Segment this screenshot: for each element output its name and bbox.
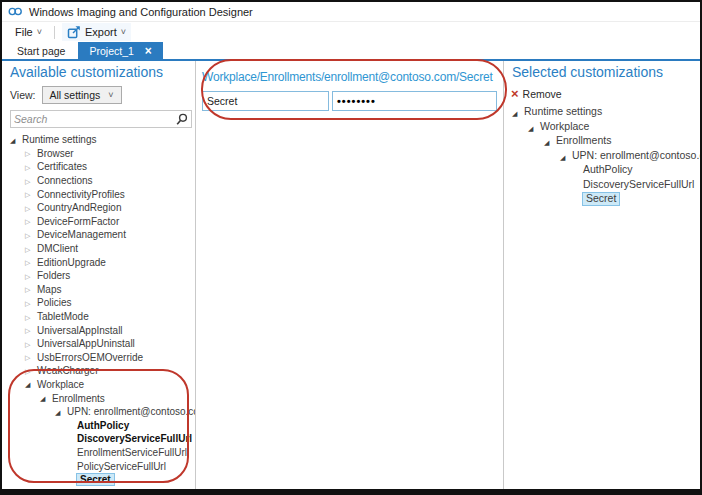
secret-field-row: Secret •••••••• [202,91,497,111]
menu-bar: File ˅ Export ˅ [2,22,700,42]
tab-project[interactable]: Project_1 × [78,42,162,59]
tree-item-label: Runtime settings [22,134,96,145]
tree-item[interactable]: Secret [504,192,700,207]
expander-icon[interactable] [512,107,524,118]
expander-icon[interactable] [560,151,572,162]
tree-item[interactable]: UniversalAppInstall [2,323,195,337]
tree-item[interactable]: Certificates [2,160,195,174]
content-area: Available customizations View: All setti… [2,61,700,489]
tree-item-label: DMClient [37,243,78,254]
tree-item[interactable]: CountryAndRegion [2,201,195,215]
tree-item[interactable]: Enrollments [504,134,700,149]
tree-item[interactable]: UPN: enrollment@contoso.com [2,405,195,419]
tree-item-label: UPN: enrollment@contoso.com [572,150,700,162]
expander-icon[interactable] [25,352,37,362]
expander-icon[interactable] [25,189,37,199]
available-customizations-title: Available customizations [10,64,195,80]
available-customizations-panel: Available customizations View: All setti… [2,61,196,489]
tree-item[interactable]: UsbErrorsOEMOverride [2,351,195,365]
setting-path-title: Workplace/Enrollments/enrollment@contoso… [202,70,503,84]
expander-icon[interactable] [40,393,52,403]
view-dropdown[interactable]: All settings ˅ [42,86,122,104]
tree-item-label: EnrollmentServiceFullUrl [77,447,187,458]
expander-icon[interactable] [25,366,37,376]
expander-icon[interactable] [25,379,37,389]
tree-item[interactable]: AuthPolicy [2,418,195,432]
tree-item[interactable]: UPN: enrollment@contoso.com [504,149,700,164]
expander-icon[interactable] [25,298,37,308]
tree-item[interactable]: Runtime settings [504,105,700,120]
expander-icon[interactable] [25,271,37,281]
expander-icon[interactable] [25,203,37,213]
expander-icon[interactable] [25,244,37,254]
tab-project-label: Project_1 [89,45,133,57]
tree-item-label: Enrollments [52,393,105,404]
window-title: Windows Imaging and Configuration Design… [29,6,253,18]
expander-icon[interactable] [25,148,37,158]
tree-item[interactable]: Enrollments [2,391,195,405]
tab-close-icon[interactable]: × [145,45,152,57]
tree-item-label: Browser [37,148,74,159]
expander-icon[interactable] [25,216,37,226]
view-row: View: All settings ˅ [10,86,195,104]
tree-item[interactable]: ConnectivityProfiles [2,187,195,201]
tree-item[interactable]: EnrollmentServiceFullUrl [2,446,195,460]
secret-field-name-box: Secret [202,91,329,111]
tree-item[interactable]: WeakCharger [2,364,195,378]
expander-icon[interactable] [55,407,67,417]
tree-item[interactable]: Secret [2,473,195,487]
tree-item-label: Secret [583,193,619,205]
expander-icon[interactable] [25,284,37,294]
app-window: Windows Imaging and Configuration Design… [0,0,702,495]
tree-item[interactable]: PolicyServiceFullUrl [2,459,195,473]
tree-item[interactable]: DeviceFormFactor [2,215,195,229]
tree-item[interactable]: Workplace [504,120,700,135]
tree-item[interactable]: Maps [2,283,195,297]
tree-item[interactable]: Runtime settings [2,133,195,147]
expander-icon[interactable] [25,257,37,267]
file-menu-button[interactable]: File ˅ [10,24,47,40]
remove-label: Remove [523,88,562,100]
tree-item[interactable]: TabletMode [2,310,195,324]
secret-value-input[interactable]: •••••••• [332,91,497,111]
expander-icon[interactable] [544,136,556,147]
expander-icon[interactable] [25,312,37,322]
available-customizations-tree: Runtime settings Browser Certificates Co… [2,133,195,486]
tree-item-label: UsbErrorsOEMOverride [37,352,143,363]
expander-icon[interactable] [25,230,37,240]
tree-item-label: Folders [37,270,70,281]
expander-icon[interactable] [25,176,37,186]
tree-item-label: DeviceFormFactor [37,216,119,227]
tree-item[interactable]: EditionUpgrade [2,255,195,269]
expander-icon[interactable] [25,325,37,335]
export-menu-button[interactable]: Export ˅ [62,23,131,41]
tree-item[interactable]: Browser [2,147,195,161]
tree-item-label: PolicyServiceFullUrl [77,461,166,472]
tree-item[interactable]: DiscoveryServiceFullUrl [504,178,700,193]
tree-item-label: AuthPolicy [77,420,129,431]
tree-item[interactable]: Policies [2,296,195,310]
tree-item-label: TabletMode [37,311,89,322]
remove-button[interactable]: × Remove [511,87,700,100]
tree-item[interactable]: AuthPolicy [504,163,700,178]
tab-start-page[interactable]: Start page [4,42,78,59]
expander-icon[interactable] [25,162,37,172]
tree-item-label: Runtime settings [524,106,602,118]
expander-icon[interactable] [10,135,22,145]
tree-item[interactable]: Workplace [2,378,195,392]
chevron-down-icon: ˅ [108,91,113,100]
tree-item[interactable]: DiscoveryServiceFullUrl [2,432,195,446]
tree-item[interactable]: Folders [2,269,195,283]
tree-item[interactable]: Connections [2,174,195,188]
tree-item-label: CountryAndRegion [37,202,122,213]
tree-item[interactable]: DeviceManagement [2,228,195,242]
tree-item-label: Workplace [540,121,589,133]
remove-x-icon: × [511,87,519,100]
tree-item[interactable]: UniversalAppUninstall [2,337,195,351]
expander-icon[interactable] [25,339,37,349]
expander-icon[interactable] [528,122,540,133]
search-input[interactable] [11,112,175,126]
title-bar: Windows Imaging and Configuration Design… [2,2,700,22]
selected-customizations-tree: Runtime settings Workplace Enrollments U… [504,105,700,207]
tree-item[interactable]: DMClient [2,242,195,256]
